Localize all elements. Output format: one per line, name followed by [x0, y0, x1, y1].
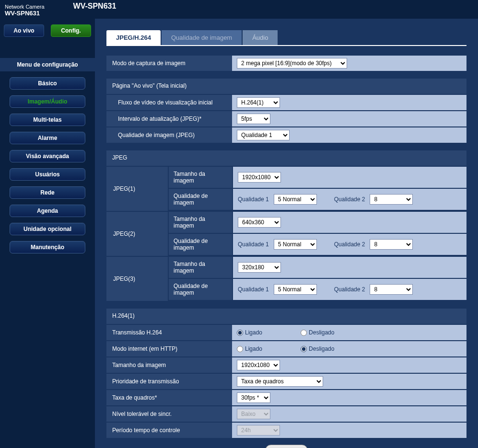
jpeg1-size-label: Tamanho da imagem	[169, 167, 232, 188]
live-page-head: Página "Ao vivo" (Tela inicial)	[106, 79, 466, 94]
menu-multi-telas[interactable]: Multi-telas	[10, 114, 85, 126]
jpeg3-size-select[interactable]: 320x180	[238, 262, 281, 273]
sidebar: Ao vivo Config. Menu de configuração Bás…	[0, 19, 95, 448]
jpeg1-label: JPEG(1)	[106, 167, 168, 211]
menu-imagem-audio[interactable]: Imagem/Áudio	[10, 95, 85, 108]
menu-usuarios[interactable]: Usuários	[10, 168, 85, 181]
refresh-label: Intervalo de atualização (JPEG)*	[106, 111, 232, 126]
jpeg2-qual-label: Qualidade de imagem	[169, 234, 232, 255]
h264-sync-select: Baixo	[237, 409, 270, 419]
jpeg2-size-select[interactable]: 640x360	[238, 217, 281, 228]
h264-period-select: 24h	[237, 425, 280, 436]
h264-size-label: Tamanho da imagem	[106, 357, 232, 373]
top-bar: Network Camera WV-SPN631 WV-SPN631	[0, 0, 478, 19]
page-title: WV-SPN631	[73, 2, 117, 11]
menu-title: Menu de configuração	[0, 58, 95, 71]
menu-basico[interactable]: Básico	[10, 77, 85, 90]
jpeg2-label: JPEG(2)	[106, 212, 168, 256]
menu-rede[interactable]: Rede	[10, 186, 85, 199]
h264-rate-select[interactable]: 30fps *	[237, 392, 270, 403]
h264-priority-label: Prioridade de transmissão	[106, 374, 232, 389]
live-button[interactable]: Ao vivo	[4, 24, 44, 37]
jpeg3-q1-select[interactable]: 5 Normal	[274, 284, 317, 295]
submit-button[interactable]: Definir	[265, 445, 307, 448]
h264-internet-off[interactable]: Desligado	[301, 345, 334, 352]
config-button[interactable]: Config.	[51, 24, 91, 37]
jpeg1-q1-label: Qualidade 1	[238, 196, 269, 203]
h264-trans-label: Transmissão H.264	[106, 325, 232, 340]
jpeg1-qual-label: Qualidade de imagem	[169, 189, 232, 210]
h264-trans-on[interactable]: Ligado	[237, 329, 262, 336]
menu-visao-avancada[interactable]: Visão avançada	[10, 150, 85, 162]
jpeg2-q2-select[interactable]: 8	[370, 239, 413, 250]
h264-trans-off[interactable]: Desligado	[301, 329, 334, 336]
h264-period-label: Período tempo de controle	[106, 423, 232, 438]
menu-alarme[interactable]: Alarme	[10, 132, 85, 144]
h264-sync-label: Nível tolerável de sincr.	[106, 406, 232, 422]
h264-rate-label: Taxa de quadros*	[106, 390, 232, 405]
jpeg3-q2-select[interactable]: 8	[370, 284, 413, 295]
brand-text: Network Camera	[5, 4, 45, 10]
jpeg3-size-label: Tamanho da imagem	[169, 257, 232, 278]
jpeg3-q1-label: Qualidade 1	[238, 286, 269, 293]
jpeg1-q2-label: Qualidade 2	[334, 196, 365, 203]
h264-internet-label: Modo internet (em HTTP)	[106, 341, 232, 356]
menu-agenda[interactable]: Agenda	[10, 205, 85, 217]
jpeg3-label: JPEG(3)	[106, 257, 168, 301]
tab-qualidade[interactable]: Qualidade de imagem	[162, 30, 242, 45]
model-text: WV-SPN631	[5, 10, 45, 17]
h264-internet-on[interactable]: Ligado	[237, 345, 262, 352]
refresh-select[interactable]: 5fps	[237, 114, 270, 124]
h264-head: H.264(1)	[106, 309, 466, 324]
capture-mode-label: Modo de captura de imagem	[106, 56, 232, 71]
jpeg3-q2-label: Qualidade 2	[334, 286, 365, 293]
jpeg3-qual-label: Qualidade de imagem	[169, 279, 232, 300]
tab-bar: JPEG/H.264 Qualidade de imagem Áudio	[106, 30, 466, 46]
capture-mode-select[interactable]: 2 mega pixel [16:9](modo de 30fps)	[237, 58, 347, 69]
jpeg-quality-label: Qualidade de imagem (JPEG)	[106, 127, 232, 143]
jpeg2-q2-label: Qualidade 2	[334, 241, 365, 248]
jpeg-head: JPEG	[106, 150, 466, 166]
tab-jpeg-h264[interactable]: JPEG/H.264	[106, 30, 161, 45]
jpeg2-q1-select[interactable]: 5 Normal	[274, 239, 317, 250]
jpeg1-q1-select[interactable]: 5 Normal	[274, 194, 317, 205]
jpeg2-size-label: Tamanho da imagem	[169, 212, 232, 233]
menu-manutencao[interactable]: Manutenção	[10, 241, 85, 253]
tab-audio[interactable]: Áudio	[243, 30, 278, 45]
h264-priority-select[interactable]: Taxa de quadros	[237, 376, 323, 387]
jpeg1-size-select[interactable]: 1920x1080	[238, 172, 281, 183]
jpeg-quality-select[interactable]: Qualidade 1	[237, 130, 290, 140]
stream-label: Fluxo de vídeo de visualização inicial	[106, 95, 232, 110]
main-panel: JPEG/H.264 Qualidade de imagem Áudio Mod…	[95, 19, 478, 448]
h264-size-select[interactable]: 1920x1080	[237, 360, 280, 370]
jpeg1-q2-select[interactable]: 8	[370, 194, 413, 205]
jpeg2-q1-label: Qualidade 1	[238, 241, 269, 248]
menu-unidade-opcional[interactable]: Unidade opcional	[10, 223, 85, 235]
stream-select[interactable]: H.264(1)	[237, 97, 280, 108]
